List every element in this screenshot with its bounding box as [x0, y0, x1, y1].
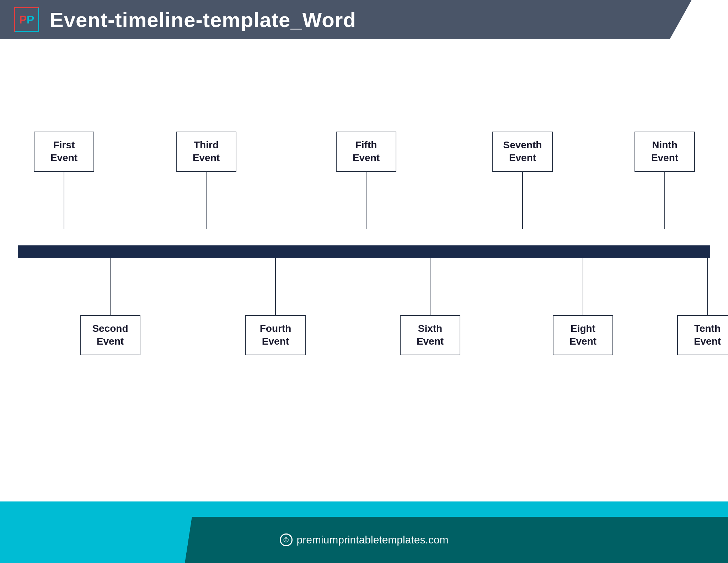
event-label-ninth: NinthEvent	[651, 139, 678, 165]
event-item-fourth: FourthEvent	[240, 258, 311, 355]
timeline-container: FirstEvent ThirdEvent FifthEvent	[18, 85, 710, 405]
footer-content: © premiumprintabletemplates.com	[0, 517, 728, 563]
event-item-third: ThirdEvent	[171, 85, 242, 405]
connector-eight	[583, 258, 583, 315]
event-label-seventh: SeventhEvent	[503, 139, 542, 165]
footer-text: © premiumprintabletemplates.com	[280, 533, 449, 546]
event-box-seventh: SeventhEvent	[492, 132, 553, 172]
event-box-eight: EightEvent	[553, 315, 613, 355]
event-box-sixth: SixthEvent	[400, 315, 460, 355]
copyright-icon: ©	[280, 533, 293, 546]
connector-sixth	[430, 258, 430, 315]
connector-seventh	[522, 172, 523, 229]
connector-second	[110, 258, 111, 315]
page-title: Event-timeline-template_Word	[50, 8, 356, 32]
event-item-tenth: TenthEvent	[672, 258, 728, 355]
event-box-tenth: TenthEvent	[677, 315, 728, 355]
event-box-fourth: FourthEvent	[245, 315, 306, 355]
event-label-first: FirstEvent	[50, 139, 77, 165]
connector-ninth	[664, 172, 665, 229]
main-content: FirstEvent ThirdEvent FifthEvent	[0, 39, 728, 509]
event-box-first: FirstEvent	[34, 132, 94, 172]
connector-fourth	[275, 258, 276, 315]
event-item-ninth: NinthEvent	[629, 85, 700, 405]
footer: © premiumprintabletemplates.com	[0, 501, 728, 563]
header: PP Event-timeline-template_Word	[0, 0, 728, 39]
event-item-second: SecondEvent	[75, 258, 146, 355]
event-item-fifth: FifthEvent	[331, 85, 402, 405]
connector-third	[206, 172, 207, 229]
connector-first	[64, 172, 64, 229]
event-label-fifth: FifthEvent	[353, 139, 380, 165]
event-box-ninth: NinthEvent	[635, 132, 695, 172]
event-label-fourth: FourthEvent	[260, 322, 291, 348]
event-label-sixth: SixthEvent	[417, 322, 444, 348]
event-label-eight: EightEvent	[569, 322, 596, 348]
connector-fifth	[366, 172, 366, 229]
event-item-sixth: SixthEvent	[395, 258, 466, 355]
event-box-fifth: FifthEvent	[336, 132, 396, 172]
event-item-eight: EightEvent	[547, 258, 619, 355]
logo: PP	[14, 7, 39, 32]
logo-text: PP	[19, 13, 34, 26]
event-box-third: ThirdEvent	[176, 132, 236, 172]
connector-tenth	[707, 258, 708, 315]
event-label-second: SecondEvent	[92, 322, 128, 348]
event-item-seventh: SeventhEvent	[483, 85, 562, 405]
event-label-tenth: TenthEvent	[694, 322, 721, 348]
event-label-third: ThirdEvent	[193, 139, 220, 165]
event-box-second: SecondEvent	[80, 315, 140, 355]
footer-website: premiumprintabletemplates.com	[297, 534, 449, 546]
event-item-first: FirstEvent	[28, 85, 100, 405]
